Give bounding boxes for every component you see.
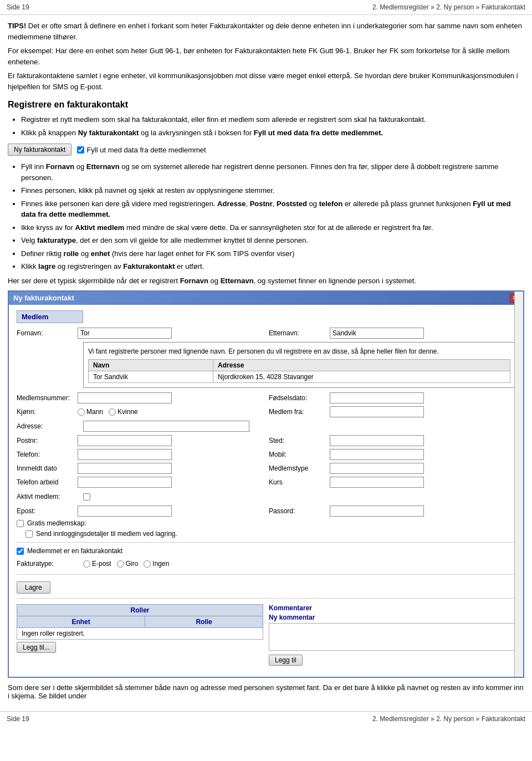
sted-input[interactable]	[330, 435, 424, 446]
tips-para-0: TIPS! Det er ofte smart å definere en en…	[8, 21, 524, 42]
mobil-input[interactable]	[330, 449, 424, 460]
aktivt-row: Aktivt medlem:	[17, 491, 515, 503]
tel-col: Telefon:	[17, 449, 263, 460]
page-footer: Side 19 2. Medlemsregister » 2. Ny perso…	[0, 711, 532, 726]
tel-label: Telefon:	[17, 451, 78, 458]
aktivt-checkbox[interactable]	[83, 493, 90, 500]
gender-kvinne-label[interactable]: Kvinne	[109, 408, 138, 416]
button-bar: Ny fakturakontakt Fyll ut med data fra d…	[8, 144, 524, 156]
innmeldt-membtype-row: Innmeldt dato Medlemstype	[17, 463, 515, 474]
gender-mann-radio[interactable]	[78, 408, 85, 416]
roller-col-enhet: Enhet	[17, 616, 145, 628]
fyll-checkbox-label[interactable]: Fyll ut med data fra dette medlemmet	[77, 146, 206, 154]
etternavn-input[interactable]	[330, 328, 424, 339]
adresse-input[interactable]	[83, 421, 249, 432]
mobil-label: Mobil:	[269, 451, 330, 458]
fyll-label: Fyll ut med data fra dette medlemmet	[86, 146, 206, 154]
roller-table: Roller Enhet Rolle Ingen roller registre…	[17, 604, 263, 640]
memberno-col: Medlemsnummer:	[17, 392, 263, 404]
memberno-label: Medlemsnummer:	[17, 394, 78, 402]
divider-1	[17, 542, 515, 543]
suggestion-navn-0: Tor Sandvik	[89, 371, 213, 383]
gender-mann-label[interactable]: Mann	[78, 408, 103, 416]
roller-empty-row: Ingen roller registrert.	[17, 628, 263, 640]
bullet-0: Registrer et nytt medlem som skal ha fak…	[21, 114, 524, 125]
footer-right: 2. Medlemsregister » 2. Ny person » Fakt…	[372, 715, 525, 723]
epost-input[interactable]	[78, 505, 172, 517]
telarbeid-kurs-row: Telefon arbeid Kurs	[17, 477, 515, 488]
bullet-1: Klikk på knappen Ny fakturakontakt og la…	[21, 127, 524, 139]
gender-kvinne-radio[interactable]	[109, 408, 116, 416]
fyll-checkbox[interactable]	[77, 146, 84, 154]
suggestion-row-0[interactable]: Tor Sandvik Njordkroken 15, 4028 Stavang…	[89, 371, 510, 383]
tips-para-1: For eksempel: Har dere en enhet som hete…	[8, 45, 524, 67]
member-section-header: Medlem	[17, 310, 83, 323]
gender-mann-text: Mann	[86, 408, 103, 416]
kurs-col: Kurs	[269, 477, 515, 488]
modal-scrollbar[interactable]	[514, 292, 523, 677]
kurs-input[interactable]	[330, 477, 424, 488]
col-adresse: Adresse	[213, 360, 510, 371]
postnr-sted-row: Postnr: Sted:	[17, 435, 515, 446]
ft-epost-radio[interactable]	[83, 560, 90, 568]
ft-ingen-label[interactable]: Ingen	[144, 560, 169, 568]
membtype-input[interactable]	[330, 463, 424, 474]
fornavn-input[interactable]	[78, 328, 172, 339]
tel-mobil-row: Telefon: Mobil:	[17, 449, 515, 460]
tips-para-2: Er fakturakontaktene samlet i egne enhet…	[8, 70, 524, 92]
sted-col: Sted:	[269, 435, 515, 446]
memberfrom-input[interactable]	[330, 406, 424, 417]
kommentarer-title: Kommentarer	[269, 604, 515, 612]
send-innlogging-checkbox[interactable]	[25, 530, 33, 538]
bottom-section: Roller Enhet Rolle Ingen roller registre…	[17, 604, 515, 666]
innmeldt-col: Innmeldt dato	[17, 463, 263, 474]
ft-giro-radio[interactable]	[117, 560, 124, 568]
lagre-button[interactable]: Lagre	[17, 581, 50, 594]
ft-giro-label[interactable]: Giro	[117, 560, 139, 568]
dob-input[interactable]	[330, 392, 424, 404]
postnr-input[interactable]	[78, 435, 172, 446]
kommentar-legg-til-button[interactable]: Legg til	[269, 655, 303, 666]
tips-text-0: Det er ofte smart å definere en enhet i …	[8, 22, 522, 41]
tel-input[interactable]	[78, 449, 172, 460]
send-innlogging-label: Send innloggingsdetaljer til medlem ved …	[36, 530, 177, 538]
intro-text: Her ser dere et typisk skjermbilde når d…	[8, 277, 524, 285]
roller-section: Roller Enhet Rolle Ingen roller registre…	[17, 604, 263, 666]
gender-label: Kjønn:	[17, 408, 78, 416]
roller-legg-til-button[interactable]: Legg til...	[17, 642, 56, 653]
kommentar-textarea[interactable]	[269, 623, 515, 651]
telarbeid-label: Telefon arbeid	[17, 478, 78, 486]
epost-passord-row: Epost: Passord:	[17, 505, 515, 517]
modal-body: Medlem Fornavn: Etternavn: Vi fant regis…	[9, 305, 523, 677]
kommentarer-section: Kommentarer Ny kommentar Legg til	[269, 604, 515, 666]
modal-title: Ny fakturakontakt	[13, 294, 74, 302]
memberno-dob-row: Medlemsnummer: Fødselsdato:	[17, 392, 515, 404]
postnr-col: Postnr:	[17, 435, 263, 446]
innmeldt-input[interactable]	[78, 463, 172, 474]
epost-label: Epost:	[17, 507, 78, 515]
telarbeid-input[interactable]	[78, 477, 172, 488]
ft-ingen-text: Ingen	[152, 560, 169, 568]
ft-ingen-radio[interactable]	[144, 560, 151, 568]
ingen-roller: Ingen roller registrert.	[17, 628, 263, 640]
passord-label: Passord:	[269, 507, 330, 515]
ft-epost-label[interactable]: E-post	[83, 560, 111, 568]
fornavn-label: Fornavn:	[17, 329, 78, 337]
dob-label: Fødselsdato:	[269, 394, 330, 402]
fakturakontakt-row: Medlemmet er en fakturakontakt	[17, 547, 515, 555]
passord-input[interactable]	[330, 505, 424, 517]
roller-header: Roller	[17, 605, 263, 616]
ny-kommentar-label: Ny kommentar	[269, 614, 515, 621]
ny-fakturakontakt-button[interactable]: Ny fakturakontakt	[8, 144, 71, 156]
memberno-input[interactable]	[78, 392, 172, 404]
sub-bullet-list: Fyll inn Fornavn og Etternavn og se om s…	[8, 161, 524, 272]
membtype-col: Medlemstype	[269, 463, 515, 474]
fakturakontakt-checkbox[interactable]	[17, 548, 24, 555]
modal-window: Ny fakturakontakt ✕ Medlem Fornavn: Ette…	[8, 290, 524, 678]
fornavn-col: Fornavn:	[17, 328, 263, 339]
gratis-checkbox[interactable]	[17, 520, 24, 527]
sted-label: Sted:	[269, 437, 330, 445]
adresse-label: Adresse:	[17, 422, 83, 430]
etternavn-label: Etternavn:	[269, 329, 330, 337]
fakturatype-radio-group: E-post Giro Ingen	[83, 560, 169, 568]
